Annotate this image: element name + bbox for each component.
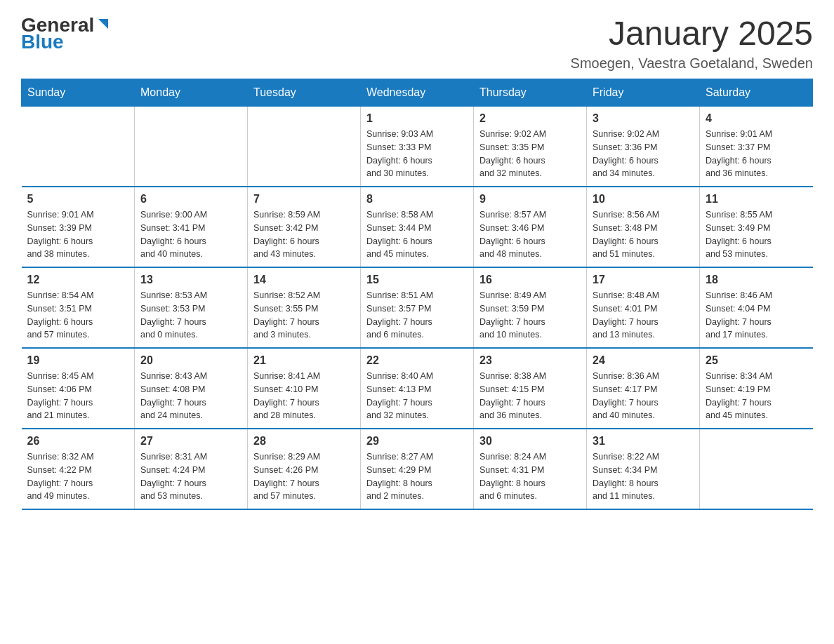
day-info: Sunrise: 8:58 AM Sunset: 3:44 PM Dayligh…: [366, 208, 468, 261]
day-number: 29: [366, 435, 468, 448]
day-number: 27: [140, 435, 241, 448]
day-info: Sunrise: 8:41 AM Sunset: 4:10 PM Dayligh…: [253, 370, 355, 422]
day-number: 22: [366, 354, 468, 367]
calendar-cell: 8Sunrise: 8:58 AM Sunset: 3:44 PM Daylig…: [361, 187, 474, 267]
calendar-cell: 29Sunrise: 8:27 AM Sunset: 4:29 PM Dayli…: [361, 429, 474, 509]
day-info: Sunrise: 8:36 AM Sunset: 4:17 PM Dayligh…: [593, 370, 694, 422]
calendar-cell: 23Sunrise: 8:38 AM Sunset: 4:15 PM Dayli…: [474, 348, 587, 429]
day-number: 9: [479, 193, 581, 206]
logo-blue-text: Blue: [21, 31, 64, 53]
page-header: General Blue January 2025 Smoegen, Vaest…: [21, 14, 813, 72]
calendar-week-3: 12Sunrise: 8:54 AM Sunset: 3:51 PM Dayli…: [22, 267, 813, 348]
day-info: Sunrise: 9:03 AM Sunset: 3:33 PM Dayligh…: [366, 128, 468, 180]
day-number: 8: [366, 193, 468, 206]
logo: General Blue: [21, 14, 111, 53]
day-number: 7: [253, 193, 355, 206]
calendar-week-5: 26Sunrise: 8:32 AM Sunset: 4:22 PM Dayli…: [22, 429, 813, 509]
calendar-cell: 6Sunrise: 9:00 AM Sunset: 3:41 PM Daylig…: [135, 187, 248, 267]
day-info: Sunrise: 8:56 AM Sunset: 3:48 PM Dayligh…: [593, 208, 694, 261]
calendar-cell: 9Sunrise: 8:57 AM Sunset: 3:46 PM Daylig…: [474, 187, 587, 267]
day-number: 26: [27, 435, 129, 448]
calendar-cell: 20Sunrise: 8:43 AM Sunset: 4:08 PM Dayli…: [135, 348, 248, 429]
calendar-cell: 27Sunrise: 8:31 AM Sunset: 4:24 PM Dayli…: [135, 429, 248, 509]
calendar-cell: 30Sunrise: 8:24 AM Sunset: 4:31 PM Dayli…: [474, 429, 587, 509]
day-number: 19: [27, 354, 129, 367]
day-info: Sunrise: 9:02 AM Sunset: 3:36 PM Dayligh…: [593, 128, 694, 180]
day-number: 5: [27, 193, 129, 206]
calendar-header: SundayMondayTuesdayWednesdayThursdayFrid…: [22, 79, 813, 107]
title-block: January 2025 Smoegen, Vaestra Goetaland,…: [571, 14, 813, 72]
weekday-header-tuesday: Tuesday: [248, 79, 361, 107]
calendar-week-1: 1Sunrise: 9:03 AM Sunset: 3:33 PM Daylig…: [22, 107, 813, 187]
day-number: 18: [706, 274, 807, 286]
calendar-cell: [700, 429, 813, 509]
day-number: 13: [140, 274, 241, 286]
day-info: Sunrise: 8:32 AM Sunset: 4:22 PM Dayligh…: [27, 450, 129, 503]
day-number: 4: [706, 112, 807, 125]
day-info: Sunrise: 8:24 AM Sunset: 4:31 PM Dayligh…: [479, 450, 581, 503]
svg-marker-0: [98, 19, 108, 29]
calendar-cell: 7Sunrise: 8:59 AM Sunset: 3:42 PM Daylig…: [248, 187, 361, 267]
calendar-cell: 21Sunrise: 8:41 AM Sunset: 4:10 PM Dayli…: [248, 348, 361, 429]
day-info: Sunrise: 8:31 AM Sunset: 4:24 PM Dayligh…: [140, 450, 241, 503]
calendar-cell: 17Sunrise: 8:48 AM Sunset: 4:01 PM Dayli…: [587, 267, 700, 348]
day-info: Sunrise: 8:48 AM Sunset: 4:01 PM Dayligh…: [593, 289, 694, 342]
day-info: Sunrise: 8:38 AM Sunset: 4:15 PM Dayligh…: [479, 370, 581, 422]
month-title: January 2025: [571, 14, 813, 53]
day-info: Sunrise: 8:51 AM Sunset: 3:57 PM Dayligh…: [366, 289, 468, 342]
day-info: Sunrise: 8:53 AM Sunset: 3:53 PM Dayligh…: [140, 289, 241, 342]
calendar-cell: 1Sunrise: 9:03 AM Sunset: 3:33 PM Daylig…: [361, 107, 474, 187]
calendar-cell: 24Sunrise: 8:36 AM Sunset: 4:17 PM Dayli…: [587, 348, 700, 429]
day-number: 28: [253, 435, 355, 448]
calendar-cell: 22Sunrise: 8:40 AM Sunset: 4:13 PM Dayli…: [361, 348, 474, 429]
calendar-cell: 19Sunrise: 8:45 AM Sunset: 4:06 PM Dayli…: [22, 348, 135, 429]
location-title: Smoegen, Vaestra Goetaland, Sweden: [571, 55, 813, 72]
weekday-header-saturday: Saturday: [700, 79, 813, 107]
day-number: 31: [593, 435, 694, 448]
day-number: 11: [706, 193, 807, 206]
day-number: 10: [593, 193, 694, 206]
calendar-cell: 10Sunrise: 8:56 AM Sunset: 3:48 PM Dayli…: [587, 187, 700, 267]
calendar-cell: 2Sunrise: 9:02 AM Sunset: 3:35 PM Daylig…: [474, 107, 587, 187]
day-info: Sunrise: 9:02 AM Sunset: 3:35 PM Dayligh…: [479, 128, 581, 180]
calendar-body: 1Sunrise: 9:03 AM Sunset: 3:33 PM Daylig…: [22, 107, 813, 510]
day-number: 16: [479, 274, 581, 286]
calendar-cell: 12Sunrise: 8:54 AM Sunset: 3:51 PM Dayli…: [22, 267, 135, 348]
calendar-cell: 13Sunrise: 8:53 AM Sunset: 3:53 PM Dayli…: [135, 267, 248, 348]
calendar-cell: 15Sunrise: 8:51 AM Sunset: 3:57 PM Dayli…: [361, 267, 474, 348]
day-info: Sunrise: 8:52 AM Sunset: 3:55 PM Dayligh…: [253, 289, 355, 342]
day-number: 15: [366, 274, 468, 286]
day-number: 6: [140, 193, 241, 206]
day-info: Sunrise: 8:45 AM Sunset: 4:06 PM Dayligh…: [27, 370, 129, 422]
calendar-cell: 28Sunrise: 8:29 AM Sunset: 4:26 PM Dayli…: [248, 429, 361, 509]
day-number: 14: [253, 274, 355, 286]
weekday-header-monday: Monday: [135, 79, 248, 107]
calendar-cell: 14Sunrise: 8:52 AM Sunset: 3:55 PM Dayli…: [248, 267, 361, 348]
calendar-week-2: 5Sunrise: 9:01 AM Sunset: 3:39 PM Daylig…: [22, 187, 813, 267]
calendar-cell: 16Sunrise: 8:49 AM Sunset: 3:59 PM Dayli…: [474, 267, 587, 348]
weekday-header-thursday: Thursday: [474, 79, 587, 107]
weekday-header-sunday: Sunday: [22, 79, 135, 107]
calendar-cell: 3Sunrise: 9:02 AM Sunset: 3:36 PM Daylig…: [587, 107, 700, 187]
weekday-header-wednesday: Wednesday: [361, 79, 474, 107]
day-info: Sunrise: 8:34 AM Sunset: 4:19 PM Dayligh…: [706, 370, 807, 422]
calendar-cell: 4Sunrise: 9:01 AM Sunset: 3:37 PM Daylig…: [700, 107, 813, 187]
calendar-cell: 18Sunrise: 8:46 AM Sunset: 4:04 PM Dayli…: [700, 267, 813, 348]
day-info: Sunrise: 8:57 AM Sunset: 3:46 PM Dayligh…: [479, 208, 581, 261]
day-info: Sunrise: 8:40 AM Sunset: 4:13 PM Dayligh…: [366, 370, 468, 422]
calendar-week-4: 19Sunrise: 8:45 AM Sunset: 4:06 PM Dayli…: [22, 348, 813, 429]
calendar-cell: 26Sunrise: 8:32 AM Sunset: 4:22 PM Dayli…: [22, 429, 135, 509]
calendar-cell: 11Sunrise: 8:55 AM Sunset: 3:49 PM Dayli…: [700, 187, 813, 267]
weekday-header-friday: Friday: [587, 79, 700, 107]
day-number: 2: [479, 112, 581, 125]
day-info: Sunrise: 9:01 AM Sunset: 3:39 PM Dayligh…: [27, 208, 129, 261]
day-number: 23: [479, 354, 581, 367]
day-number: 25: [706, 354, 807, 367]
day-number: 1: [366, 112, 468, 125]
day-info: Sunrise: 8:49 AM Sunset: 3:59 PM Dayligh…: [479, 289, 581, 342]
day-number: 12: [27, 274, 129, 286]
calendar-cell: 31Sunrise: 8:22 AM Sunset: 4:34 PM Dayli…: [587, 429, 700, 509]
calendar-cell: [135, 107, 248, 187]
day-number: 30: [479, 435, 581, 448]
day-info: Sunrise: 8:29 AM Sunset: 4:26 PM Dayligh…: [253, 450, 355, 503]
